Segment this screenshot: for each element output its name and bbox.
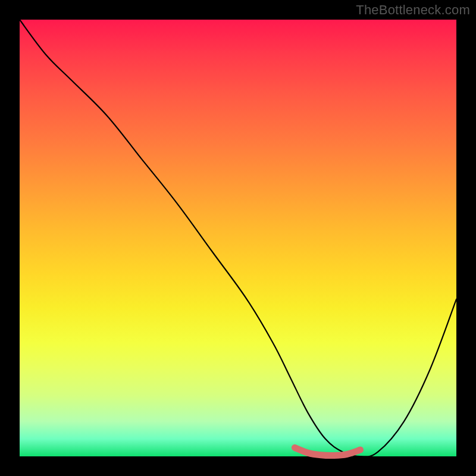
highlight-segment-path bbox=[295, 447, 360, 455]
chart-svg bbox=[20, 20, 456, 456]
bottleneck-curve-path bbox=[20, 20, 456, 456]
watermark-text: TheBottleneck.com bbox=[356, 2, 470, 18]
plot-area bbox=[20, 20, 456, 456]
